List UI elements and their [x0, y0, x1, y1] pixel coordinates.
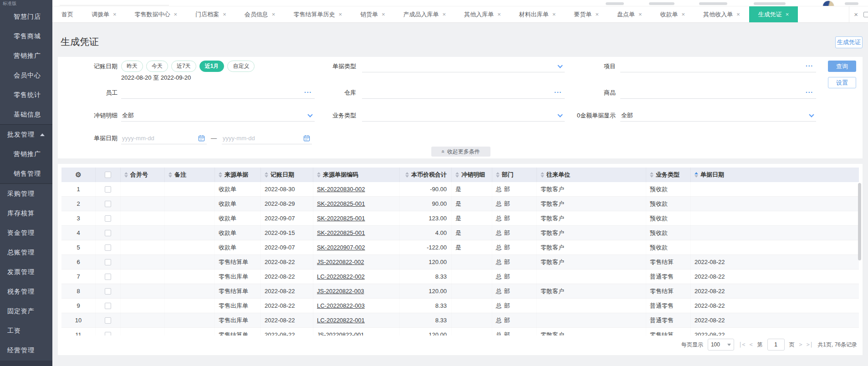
- source-code-link[interactable]: SK-20220907-002: [317, 244, 365, 251]
- tab-goods-request[interactable]: 要货单×: [565, 6, 608, 22]
- sidebar-item-inventory-accounting[interactable]: 库存核算: [0, 203, 52, 223]
- tab-close-icon[interactable]: ×: [223, 11, 226, 17]
- writeoff-select[interactable]: 全部: [121, 110, 315, 122]
- row-checkbox[interactable]: [105, 215, 111, 222]
- tab-material-outbound[interactable]: 材料出库单×: [510, 6, 565, 22]
- col-writeoff[interactable]: 冲销明细: [452, 168, 492, 182]
- preset-yesterday[interactable]: 昨天: [121, 61, 143, 72]
- row-checkbox[interactable]: [105, 303, 111, 309]
- tab-member-info[interactable]: 会员信息×: [235, 6, 285, 22]
- source-code-link[interactable]: JS-20220822-001: [317, 331, 364, 336]
- calendar-icon[interactable]: [303, 135, 310, 143]
- row-checkbox[interactable]: [105, 332, 111, 336]
- tab-close-icon[interactable]: ×: [272, 11, 276, 17]
- settings-button[interactable]: 设置: [828, 77, 856, 88]
- source-code-link[interactable]: SK-20220825-001: [317, 200, 365, 207]
- source-code-link[interactable]: SK-20220830-002: [317, 186, 365, 193]
- col-amount[interactable]: 本币价税合计: [400, 168, 452, 182]
- doc-date-start-input[interactable]: yyyy-mm-dd: [121, 132, 207, 144]
- goods-input[interactable]: ···: [620, 87, 816, 99]
- col-note[interactable]: 备注: [165, 168, 215, 182]
- tab-close-icon[interactable]: ×: [497, 11, 501, 17]
- row-checkbox[interactable]: [105, 244, 111, 251]
- close-all-tabs-icon[interactable]: ×: [854, 10, 858, 18]
- tab-close-icon[interactable]: ×: [682, 11, 685, 17]
- tab-close-icon[interactable]: ×: [113, 11, 117, 17]
- col-partner[interactable]: 往来单位: [537, 168, 646, 182]
- source-code-link[interactable]: JS-20220822-002: [317, 259, 364, 265]
- source-code-link[interactable]: LC-20220822-002: [317, 273, 365, 280]
- col-booking-date[interactable]: 记账日期: [261, 168, 313, 182]
- tab-close-icon[interactable]: ×: [338, 11, 342, 17]
- tab-close-icon[interactable]: ×: [595, 11, 599, 17]
- sidebar-item-marketing[interactable]: 营销推广: [0, 46, 52, 66]
- row-checkbox[interactable]: [105, 230, 111, 236]
- tab-list-icon[interactable]: [863, 12, 868, 17]
- tab-home[interactable]: 首页: [52, 6, 82, 22]
- ellipsis-picker-icon[interactable]: ···: [806, 62, 813, 70]
- preset-last-month[interactable]: 近1月: [199, 61, 225, 72]
- ellipsis-picker-icon[interactable]: ···: [806, 89, 813, 96]
- tab-sales-order[interactable]: 销货单×: [351, 6, 394, 22]
- sidebar-item-tax-mgmt[interactable]: 税务管理: [0, 282, 52, 301]
- tab-close-icon[interactable]: ×: [552, 11, 556, 17]
- tab-close-icon[interactable]: ×: [786, 11, 789, 17]
- tab-receipt-order[interactable]: 收款单×: [651, 6, 694, 22]
- preset-custom[interactable]: 自定义: [227, 61, 255, 72]
- col-doc-date[interactable]: 单据日期: [691, 168, 859, 182]
- col-department[interactable]: 部门: [492, 168, 537, 182]
- source-code-link[interactable]: SK-20220825-001: [317, 215, 365, 222]
- tab-close-icon[interactable]: ×: [382, 11, 385, 17]
- doc-type-select[interactable]: [362, 61, 565, 72]
- sidebar-item-general-ledger[interactable]: 总账管理: [0, 243, 52, 262]
- tab-store-archive[interactable]: 门店档案×: [186, 6, 235, 22]
- col-source-doc[interactable]: 来源单据: [215, 168, 261, 182]
- row-checkbox[interactable]: [105, 201, 111, 207]
- tab-retail-settlement-history[interactable]: 零售结算单历史×: [284, 6, 351, 22]
- next-page-icon[interactable]: >: [799, 341, 802, 348]
- col-biz-type[interactable]: 业务类型: [646, 168, 691, 182]
- sidebar-item-basic-info[interactable]: 基础信息: [0, 105, 52, 124]
- zero-amount-select[interactable]: 全部: [620, 110, 816, 122]
- doc-date-end-input[interactable]: yyyy-mm-dd: [222, 132, 312, 144]
- last-page-icon[interactable]: >|: [807, 341, 813, 348]
- tab-stocktake[interactable]: 盘点单×: [608, 6, 651, 22]
- biz-type-select[interactable]: [362, 110, 565, 122]
- tab-close-icon[interactable]: ×: [736, 11, 740, 17]
- gear-icon[interactable]: ⚙: [75, 171, 81, 179]
- tab-transfer-order[interactable]: 调拨单×: [82, 6, 126, 22]
- prev-page-icon[interactable]: <: [749, 341, 752, 348]
- row-checkbox[interactable]: [105, 259, 111, 265]
- user-avatar[interactable]: [822, 0, 834, 6]
- tab-close-icon[interactable]: ×: [443, 11, 446, 17]
- sidebar-item-smart-store[interactable]: 智慧门店: [0, 7, 52, 26]
- tab-other-income[interactable]: 其他收入单×: [694, 6, 749, 22]
- page-number-input[interactable]: 1: [767, 339, 785, 351]
- sidebar-item-member-center[interactable]: 会员中心: [0, 66, 52, 85]
- select-all-header[interactable]: [96, 168, 121, 182]
- sidebar-item-funds-mgmt[interactable]: 资金管理: [0, 223, 52, 243]
- sidebar-item-invoice-mgmt[interactable]: 发票管理: [0, 262, 52, 282]
- per-page-select[interactable]: 100: [708, 339, 734, 351]
- sidebar-item-payroll[interactable]: 工资: [0, 321, 52, 341]
- select-all-checkbox[interactable]: [105, 172, 111, 178]
- source-code-link[interactable]: SK-20220825-001: [317, 229, 365, 236]
- sidebar-item-wholesale-mgmt[interactable]: 批发管理: [0, 125, 52, 144]
- source-code-link[interactable]: JS-20220822-003: [317, 288, 364, 295]
- tab-finished-goods-inbound[interactable]: 产成品入库单×: [394, 6, 455, 22]
- tab-close-icon[interactable]: ×: [174, 11, 178, 17]
- sidebar-item-wholesale-marketing[interactable]: 营销推广: [0, 144, 52, 164]
- tab-generate-voucher[interactable]: 生成凭证×: [749, 6, 798, 22]
- tab-other-inbound[interactable]: 其他入库单×: [455, 6, 510, 22]
- employee-input[interactable]: ···: [121, 87, 315, 99]
- first-page-icon[interactable]: |<: [739, 341, 745, 348]
- sidebar-item-retail-stats[interactable]: 零售统计: [0, 85, 52, 105]
- sidebar-item-business-mgmt[interactable]: 经营管理: [0, 341, 52, 360]
- warehouse-input[interactable]: ···: [362, 87, 565, 99]
- row-checkbox[interactable]: [105, 186, 111, 193]
- collapse-conditions-button[interactable]: « 收起更多条件: [431, 147, 490, 157]
- preset-today[interactable]: 今天: [146, 61, 168, 72]
- col-merge-no[interactable]: 合并号: [121, 168, 165, 182]
- row-checkbox[interactable]: [105, 274, 111, 280]
- row-checkbox[interactable]: [105, 288, 111, 295]
